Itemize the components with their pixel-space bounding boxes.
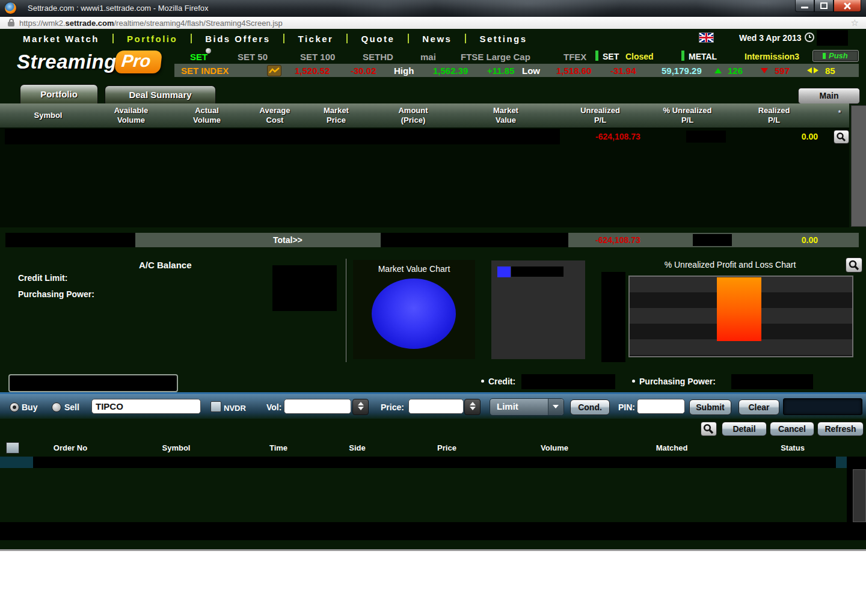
index-tab-ftse[interactable]: FTSE Large Cap: [461, 52, 530, 62]
row-realized-pl: 0.00: [776, 132, 818, 141]
pin-input[interactable]: [637, 399, 685, 414]
clock-icon: [805, 32, 814, 42]
index-tab-tfex[interactable]: TFEX: [564, 52, 586, 62]
section-divider: [346, 259, 346, 362]
date-label: Wed 3 Apr 2013: [739, 33, 802, 43]
window-titlebar: Settrade.com : wwwi1.settrade.com - Mozi…: [0, 0, 866, 17]
market-value-chart-panel: Market Value Chart: [353, 260, 475, 359]
main-button[interactable]: Main: [798, 88, 860, 104]
mini-chart-icon[interactable]: [267, 65, 281, 76]
ocol-price: Price: [405, 443, 489, 452]
index-tab-set50[interactable]: SET 50: [238, 52, 268, 62]
purchasing-power-label: Purchasing Power:: [18, 289, 94, 299]
cancel-button[interactable]: Cancel: [770, 422, 814, 436]
url-path: /realtime/streaming4/flash/Streaming4Scr…: [114, 19, 283, 28]
select-all-checkbox[interactable]: [6, 442, 19, 454]
col-market-price: Market Price: [297, 106, 375, 125]
ocol-order-no: Order No: [28, 443, 112, 452]
bullet-icon: [481, 380, 484, 383]
credit-label: Credit:: [488, 377, 515, 386]
ocol-side: Side: [315, 443, 399, 452]
advances-count: 126: [728, 66, 743, 76]
submit-button[interactable]: Submit: [689, 399, 731, 415]
portfolio-scrollbar[interactable]: [851, 105, 866, 227]
price-input[interactable]: [408, 399, 464, 414]
price-label: Price:: [381, 402, 404, 412]
firefox-icon: [5, 2, 16, 14]
vol-input[interactable]: [284, 399, 351, 414]
nav-ticker[interactable]: Ticker: [284, 34, 346, 44]
redacted-value: [521, 374, 615, 389]
buy-label: Buy: [22, 402, 37, 412]
index-tab-set100[interactable]: SET 100: [300, 52, 335, 62]
cond-button[interactable]: Cond.: [570, 399, 610, 415]
nav-news[interactable]: News: [409, 34, 465, 44]
order-type-value: Limit: [497, 401, 518, 411]
pl-bar: [717, 277, 761, 341]
bookmark-star-icon[interactable]: ☆: [851, 17, 859, 28]
redacted-value: [511, 266, 564, 277]
main-nav: Market Watch Portfolio Bids Offers Ticke…: [23, 31, 541, 46]
order-search-button[interactable]: [701, 422, 717, 436]
declines-count: 597: [775, 66, 790, 76]
nav-bids-offers[interactable]: Bids Offers: [192, 34, 283, 44]
nav-settings[interactable]: Settings: [466, 34, 540, 44]
redacted-value: [5, 233, 135, 247]
index-name: SET INDEX: [181, 66, 229, 76]
redacted-value: [33, 457, 836, 468]
tab-deal-summary[interactable]: Deal Summary: [105, 85, 216, 103]
portfolio-table-header: Symbol Available Volume Actual Volume Av…: [0, 103, 849, 128]
pie-legend-panel: [491, 260, 585, 359]
market-value-chart-title: Market Value Chart: [353, 264, 475, 274]
tab-portfolio[interactable]: Portfolio: [20, 84, 98, 103]
url-prefix: https://wmk2.: [19, 19, 66, 28]
vol-stepper[interactable]: [352, 399, 369, 415]
detail-button[interactable]: Detail: [722, 422, 767, 436]
row-search-button[interactable]: [834, 130, 849, 144]
total-realized-pl: 0.00: [802, 235, 818, 245]
ac-balance-title: A/C Balance: [139, 260, 192, 270]
url-domain: settrade.com: [66, 19, 114, 28]
close-button[interactable]: [834, 0, 861, 12]
total-label: Total>>: [273, 235, 302, 245]
ocol-volume: Volume: [512, 443, 597, 452]
declines-down-icon: [761, 68, 768, 73]
metal-status-indicator: [681, 51, 684, 61]
ocol-status: Status: [751, 443, 835, 452]
pl-chart-zoom-button[interactable]: [846, 257, 862, 273]
order-type-dropdown[interactable]: Limit: [490, 398, 564, 416]
buy-radio[interactable]: [10, 402, 19, 412]
sell-radio[interactable]: [52, 402, 61, 412]
nvdr-checkbox[interactable]: [210, 401, 221, 412]
orders-scrollbar-thumb[interactable]: [853, 469, 866, 522]
refresh-button[interactable]: Refresh: [817, 422, 864, 436]
uk-flag-icon[interactable]: [699, 32, 714, 43]
url-text[interactable]: https://wmk2.settrade.com/realtime/strea…: [19, 19, 283, 28]
price-stepper[interactable]: [464, 399, 481, 415]
clear-button[interactable]: Clear: [739, 399, 779, 415]
nav-quote[interactable]: Quote: [348, 34, 408, 44]
restore-button[interactable]: [814, 0, 834, 12]
vol-label: Vol:: [266, 402, 281, 412]
screen: Settrade.com : wwwi1.settrade.com - Mozi…: [0, 0, 866, 616]
metal-status-label: METAL: [689, 52, 717, 61]
symbol-input[interactable]: [91, 399, 201, 414]
ocol-matched: Matched: [630, 443, 714, 452]
redacted-value: [272, 265, 337, 311]
legend-swatch: [497, 266, 511, 277]
nvdr-label: NVDR: [224, 404, 246, 413]
index-tab-sethd[interactable]: SETHD: [363, 52, 393, 62]
push-button[interactable]: Push: [812, 50, 859, 62]
account-select[interactable]: [8, 374, 178, 392]
nav-portfolio[interactable]: Portfolio: [114, 34, 191, 44]
index-tab-set[interactable]: SET: [190, 52, 207, 62]
sell-label: Sell: [64, 402, 79, 412]
url-bar[interactable]: https://wmk2.settrade.com/realtime/strea…: [0, 17, 866, 29]
index-tab-mai[interactable]: mai: [420, 52, 436, 62]
redacted-value: [5, 129, 560, 144]
order-status-box: [783, 398, 862, 415]
minimize-button[interactable]: [795, 0, 814, 12]
redacted-value: [731, 374, 813, 389]
redacted-value: [693, 234, 732, 246]
nav-market-watch[interactable]: Market Watch: [23, 34, 112, 44]
